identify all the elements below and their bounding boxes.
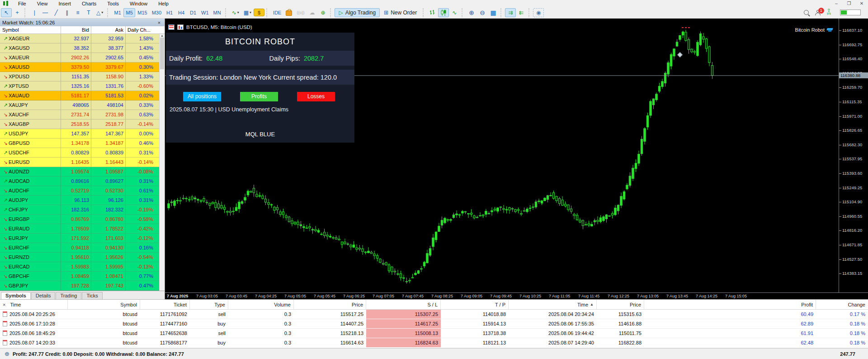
column-header-daily-change[interactable]: Daily Ch... <box>126 26 160 34</box>
profits-button[interactable]: Profits <box>240 92 278 101</box>
zoom-out-button[interactable]: ⊖ <box>477 8 488 17</box>
chart-area[interactable]: BTCUSD, M5: Bitcoin (USD) Bitcoin Robot … <box>165 19 868 299</box>
auto-scroll-button[interactable]: ⇉ <box>505 8 516 17</box>
timeframe-m1[interactable]: M1 <box>112 8 123 17</box>
market-watch-row-euraud[interactable]: ↘EURAUD1.785091.78522-0.42% <box>0 224 165 234</box>
market-watch-row-xageur[interactable]: ↗XAGEUR32.93732.9591.58% <box>0 34 165 43</box>
history-column-price[interactable]: Price <box>294 300 366 309</box>
scrollbar-thumb[interactable] <box>160 38 164 69</box>
vps-cloud-button[interactable]: ☁ <box>307 8 317 17</box>
market-button[interactable] <box>283 8 294 17</box>
price-axis[interactable]: 116837.10116692.75116548.40116404.051162… <box>839 19 868 292</box>
market-watch-row-eurchf[interactable]: ↘EURCHF0.941180.941300.16% <box>0 243 165 253</box>
close-icon[interactable]: × <box>156 20 162 25</box>
shapes-tool-button[interactable]: △▾ <box>94 8 105 17</box>
market-watch-row-eurnzd[interactable]: ↘EURNZD1.956101.95626-0.54% <box>0 253 165 262</box>
history-column-time[interactable]: ×Time <box>0 300 68 309</box>
tab-trading[interactable]: Trading <box>56 292 81 299</box>
market-watch-row-xaugbp[interactable]: ↘XAUGBP2518.552518.77-0.14% <box>0 120 165 129</box>
history-row-1174477160[interactable]: 2025.08.06 17:10:28btcusd1174477160buy0.… <box>0 319 868 329</box>
timeframe-mn[interactable]: MN <box>211 8 223 17</box>
history-column-close-time[interactable]: Time▲ <box>509 300 597 309</box>
market-watch-row-eurcad[interactable]: ↘EURCAD1.599831.59995-0.13% <box>0 262 165 272</box>
line-chart-type-button[interactable]: ∿ <box>449 8 460 17</box>
search-icon[interactable] <box>804 10 809 15</box>
losses-button[interactable]: Losses <box>297 92 335 101</box>
close-button[interactable]: ✕ <box>855 0 868 7</box>
text-tool-button[interactable]: T <box>83 8 94 17</box>
market-watch-row-xaujpy[interactable]: ↗XAUJPY4980654981040.33% <box>0 101 165 110</box>
menu-view[interactable]: View <box>32 1 53 6</box>
templates-button[interactable]: ▦▾ <box>241 8 254 17</box>
close-toolbox-icon[interactable]: × <box>3 302 5 307</box>
algo-trading-button[interactable]: ▷ Algo Trading <box>335 8 380 17</box>
market-watch-row-eurjpy[interactable]: ↘EURJPY171.592171.603-0.12% <box>0 234 165 243</box>
history-column-type[interactable]: Type <box>190 300 228 309</box>
community-button[interactable]: ⊕ <box>317 8 328 17</box>
market-watch-row-xauusd[interactable]: ↘XAUUSD3379.503379.670.30% <box>0 62 165 72</box>
vertical-line-tool-button[interactable]: ∣ <box>29 8 40 17</box>
market-watch-row-xpdusd[interactable]: ↘XPDUSD1151.351158.901.33% <box>0 72 165 81</box>
market-watch-row-gbpusd[interactable]: ↘GBPUSD1.341781.341870.46% <box>0 139 165 148</box>
history-column-s-l[interactable]: S / L <box>366 300 441 309</box>
market-watch-row-xaueur[interactable]: ↘XAUEUR2902.262902.650.45% <box>0 53 165 62</box>
market-watch-row-eurusd[interactable]: ↘EURUSD1.164351.16443-0.14% <box>0 158 165 167</box>
history-column-price[interactable]: Price <box>597 300 644 309</box>
history-column-symbol[interactable]: Symbol <box>68 300 140 309</box>
column-header-bid[interactable]: Bid <box>61 26 91 34</box>
market-watch-row-xagusd[interactable]: ↗XAGUSD38.35238.3771.43% <box>0 43 165 53</box>
market-watch-row-audchf[interactable]: ↘AUDCHF0.527190.527300.61% <box>0 186 165 196</box>
tab-details[interactable]: Details <box>31 292 56 299</box>
channel-tool-button[interactable]: ∥ <box>61 8 72 17</box>
market-watch-row-xptusd[interactable]: ↗XPTUSD1325.161331.76-0.60% <box>0 81 165 91</box>
depth-of-market-icon[interactable] <box>168 24 175 30</box>
timeframe-m5[interactable]: M5 <box>123 8 135 17</box>
market-watch-row-gbpjpy[interactable]: ↘GBPJPY197.728197.7430.47% <box>0 281 165 291</box>
minimize-button[interactable]: – <box>830 0 843 7</box>
chart-shift-button[interactable]: ⇇ <box>516 8 527 17</box>
timeframe-h4[interactable]: H4 <box>175 8 187 17</box>
menu-tools[interactable]: Tools <box>102 1 124 6</box>
maximize-button[interactable]: ❐ <box>843 0 855 7</box>
timeframe-d1[interactable]: D1 <box>187 8 199 17</box>
account-icon[interactable]: 1 <box>815 10 821 15</box>
history-column-ticket[interactable]: Ticket <box>140 300 190 309</box>
timeframe-m15[interactable]: M15 <box>135 8 149 17</box>
screenshot-button[interactable]: ◉ <box>533 8 544 17</box>
tab-ticks[interactable]: Ticks <box>82 292 102 299</box>
market-watch-row-audnzd[interactable]: ↘AUDNZD1.095741.09587-0.08% <box>0 167 165 177</box>
symbols-dialog-button[interactable]: $ <box>254 9 264 16</box>
market-watch-row-xauchf[interactable]: ↘XAUCHF2731.742731.980.63% <box>0 110 165 120</box>
ide-button[interactable]: IDE <box>271 8 283 17</box>
history-row-1174652638[interactable]: 2025.08.06 18:45:29btcusd1174652638sell0… <box>0 329 868 338</box>
time-axis[interactable]: 7 Aug 20257 Aug 03:057 Aug 03:457 Aug 04… <box>165 292 868 299</box>
market-watch-row-usdchf[interactable]: ↗USDCHF0.808290.808390.31% <box>0 148 165 158</box>
market-watch-row-audjpy[interactable]: ↗AUDJPY96.11396.1260.31% <box>0 196 165 205</box>
column-header-symbol[interactable]: Symbol <box>0 26 61 34</box>
market-watch-row-gbpchf[interactable]: ↘GBPCHF1.084591.084710.77% <box>0 272 165 281</box>
column-header-ask[interactable]: Ask <box>91 26 126 34</box>
history-column-change[interactable]: Change <box>816 300 868 309</box>
timeframe-m30[interactable]: M30 <box>150 8 164 17</box>
cursor-tool-button[interactable]: ↖ <box>1 8 12 17</box>
market-watch-row-usdjpy[interactable]: ↗USDJPY147.357147.3670.00% <box>0 129 165 139</box>
signals-button[interactable]: ((ο)) <box>294 8 307 17</box>
new-order-button[interactable]: ⊞ New Order <box>380 8 421 17</box>
timeframe-w1[interactable]: W1 <box>199 8 211 17</box>
indicators-button[interactable]: ∿▾ <box>230 8 241 17</box>
market-watch-row-audcad[interactable]: ↗AUDCAD0.896160.896270.31% <box>0 177 165 186</box>
crosshair-tool-button[interactable]: + <box>12 8 23 17</box>
horizontal-line-tool-button[interactable]: ― <box>40 8 51 17</box>
history-column-t-p[interactable]: T / P <box>441 300 509 309</box>
market-watch-row-xauaud[interactable]: ↘XAUAUD5181.175181.530.02% <box>0 91 165 101</box>
menu-charts[interactable]: Charts <box>76 1 102 6</box>
bar-chart-type-button[interactable] <box>427 8 438 17</box>
trendline-tool-button[interactable]: ╱ <box>51 8 61 17</box>
candlestick-chart-type-button[interactable] <box>438 8 449 17</box>
market-watch-row-chfjpy[interactable]: ↗CHFJPY182.316182.332-0.19% <box>0 205 165 215</box>
equidistant-lines-button[interactable]: ≡ <box>72 8 83 17</box>
menu-file[interactable]: File <box>13 1 32 6</box>
timeframe-h1[interactable]: H1 <box>164 8 175 17</box>
scrollbar[interactable]: ▲ <box>159 34 165 291</box>
history-column-volume[interactable]: Volume <box>228 300 294 309</box>
